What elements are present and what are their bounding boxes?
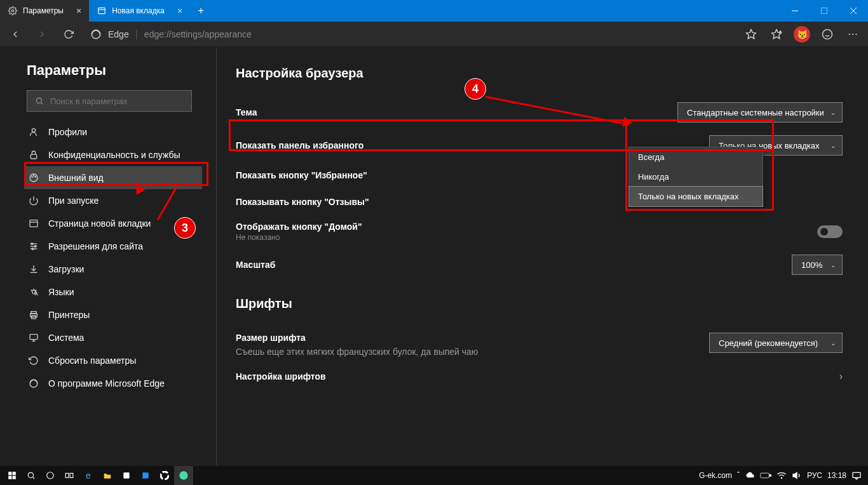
svg-point-58 xyxy=(781,477,782,478)
sidebar-item-permissions[interactable]: Разрешения для сайта xyxy=(24,235,202,258)
volume-icon[interactable] xyxy=(792,471,802,480)
new-tab-button[interactable]: + xyxy=(190,0,212,22)
taskbar-app[interactable] xyxy=(117,466,136,485)
dropdown-option[interactable]: Только на новых вкладках xyxy=(628,186,763,207)
url-text: edge://settings/appearance xyxy=(144,29,252,39)
sidebar-item-reset[interactable]: Сбросить параметры xyxy=(24,349,202,372)
close-icon[interactable]: × xyxy=(177,6,182,16)
minimize-button[interactable] xyxy=(780,0,810,22)
tab-label: Новая вкладка xyxy=(112,6,165,15)
svg-rect-51 xyxy=(70,474,73,478)
edge-icon xyxy=(28,378,39,389)
section-title-fonts: Шрифты xyxy=(236,296,843,311)
svg-rect-57 xyxy=(770,475,771,477)
svg-point-23 xyxy=(32,176,32,177)
url-bar[interactable]: Edge | edge://settings/appearance xyxy=(84,25,736,44)
taskbar-app-edge[interactable] xyxy=(174,466,193,485)
search-field[interactable] xyxy=(50,96,184,106)
taskbar-app[interactable] xyxy=(136,466,155,485)
svg-rect-4 xyxy=(821,8,827,14)
titlebar: Параметры × Новая вкладка × + xyxy=(0,0,868,22)
sidebar-item-privacy[interactable]: Конфиденциальность и службы xyxy=(24,143,202,166)
favorites-list-button[interactable] xyxy=(765,23,788,46)
content: Настройка браузера Тема Стандартные сист… xyxy=(216,47,868,466)
chevron-down-icon: ⌄ xyxy=(831,262,836,269)
feedback-button[interactable] xyxy=(816,23,839,46)
notifications-icon[interactable] xyxy=(851,471,862,480)
dropdown-option[interactable]: Никогда xyxy=(629,167,763,187)
svg-point-20 xyxy=(32,129,35,132)
tab-newtab[interactable]: Новая вкладка × xyxy=(89,0,190,22)
taskbar-app[interactable]: e xyxy=(79,466,98,485)
svg-point-24 xyxy=(33,175,34,176)
person-icon xyxy=(28,127,39,137)
dropdown-menu-favorites-panel: Всегда Никогда Только на новых вкладках xyxy=(628,147,763,207)
tab-settings[interactable]: Параметры × xyxy=(0,0,89,22)
tray-chevron-icon[interactable]: ˆ xyxy=(737,471,740,480)
sidebar-item-onstart[interactable]: При запуске xyxy=(24,189,202,212)
sidebar-item-system[interactable]: Система xyxy=(24,326,202,349)
setting-font-custom[interactable]: Настройка шрифтов › xyxy=(236,363,843,390)
dropdown-theme[interactable]: Стандартные системные настройки ⌄ xyxy=(677,102,843,123)
back-button[interactable] xyxy=(4,23,27,46)
svg-rect-53 xyxy=(142,472,148,478)
chevron-down-icon: ⌄ xyxy=(831,109,836,116)
tray-site: G-ek.com xyxy=(699,471,732,480)
address-bar: Edge | edge://settings/appearance 😾 xyxy=(0,22,868,47)
svg-rect-52 xyxy=(123,472,129,478)
tray-time[interactable]: 13:18 xyxy=(827,471,846,480)
taskbar-app[interactable] xyxy=(155,466,174,485)
start-button[interactable] xyxy=(3,466,22,485)
favorite-button[interactable] xyxy=(740,23,763,46)
taskbar-app[interactable] xyxy=(98,466,117,485)
svg-point-49 xyxy=(47,472,54,479)
cortana-button[interactable] xyxy=(41,466,60,485)
annotation-badge: 4 xyxy=(465,78,486,100)
dropdown-font-size[interactable]: Средний (рекомендуется) ⌄ xyxy=(709,333,843,353)
chevron-down-icon: ⌄ xyxy=(831,340,836,347)
wifi-icon[interactable] xyxy=(776,472,787,479)
svg-point-16 xyxy=(852,33,853,34)
onedrive-icon[interactable] xyxy=(745,472,755,479)
toggle-home-button[interactable] xyxy=(817,225,843,238)
lock-icon xyxy=(28,150,39,160)
svg-rect-44 xyxy=(13,472,16,475)
sidebar-item-printers[interactable]: Принтеры xyxy=(24,303,202,326)
palette-icon xyxy=(28,173,39,183)
svg-point-25 xyxy=(35,176,36,177)
taskview-button[interactable] xyxy=(60,466,79,485)
forward-button[interactable] xyxy=(31,23,53,46)
tray-lang[interactable]: РУС xyxy=(807,471,822,480)
maximize-button[interactable] xyxy=(810,0,839,22)
system-tray: G-ek.com ˆ РУС 13:18 xyxy=(699,471,865,480)
sidebar-item-downloads[interactable]: Загрузки xyxy=(24,258,202,281)
close-window-button[interactable] xyxy=(839,0,868,22)
monitor-icon xyxy=(28,333,39,343)
profile-button[interactable]: 😾 xyxy=(790,23,813,46)
svg-rect-1 xyxy=(98,8,105,13)
search-button[interactable] xyxy=(22,466,41,485)
svg-point-55 xyxy=(179,471,187,479)
setting-home-button: Отображать кнопку "Домой" Не показано xyxy=(236,215,843,248)
layout-icon xyxy=(28,218,39,229)
dropdown-zoom[interactable]: 100% ⌄ xyxy=(792,255,843,275)
sidebar-item-languages[interactable]: Языки xyxy=(24,281,202,303)
svg-rect-45 xyxy=(8,476,11,479)
section-title: Настройка браузера xyxy=(236,66,843,81)
close-icon[interactable]: × xyxy=(76,6,81,16)
search-input[interactable] xyxy=(27,90,192,112)
menu-button[interactable] xyxy=(841,23,864,46)
svg-point-47 xyxy=(28,472,33,477)
sidebar-item-profiles[interactable]: Профили xyxy=(24,121,202,143)
sidebar-item-appearance[interactable]: Внешний вид xyxy=(24,166,202,189)
search-icon xyxy=(35,96,44,105)
gear-icon xyxy=(8,6,18,16)
svg-line-48 xyxy=(32,477,34,479)
sidebar-item-about[interactable]: О программе Microsoft Edge xyxy=(24,372,202,395)
dropdown-option[interactable]: Всегда xyxy=(629,147,763,167)
chevron-right-icon: › xyxy=(839,371,843,382)
svg-point-17 xyxy=(855,33,857,34)
svg-rect-39 xyxy=(30,335,37,340)
battery-icon[interactable] xyxy=(760,472,771,479)
refresh-button[interactable] xyxy=(57,23,80,46)
